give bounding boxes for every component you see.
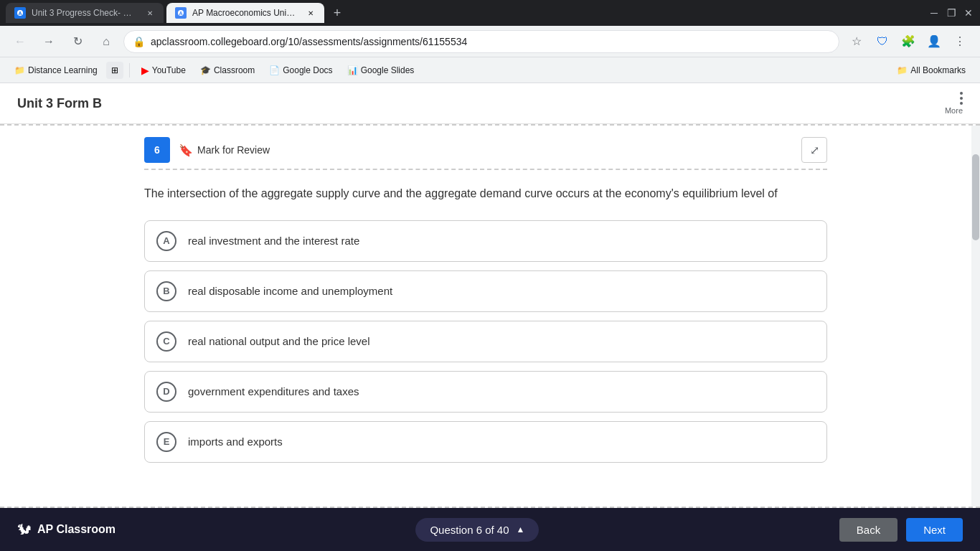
tab-2-close[interactable]: ✕ — [306, 7, 316, 19]
mark-for-review-button[interactable]: 🔖 Mark for Review — [179, 143, 270, 157]
option-e[interactable]: E imports and exports — [144, 421, 827, 463]
bookmark-label: Distance Learning — [28, 65, 98, 75]
back-button[interactable]: Back — [839, 518, 897, 542]
bookmark-star-icon[interactable]: ☆ — [845, 30, 868, 53]
main-area: 6 🔖 Mark for Review ⤢ The intersection o… — [0, 126, 980, 507]
option-a-text: real investment and the interest rate — [188, 235, 359, 247]
menu-icon[interactable]: ⋮ — [948, 30, 971, 53]
option-d-circle: D — [156, 382, 176, 402]
slides-icon: 📊 — [347, 65, 358, 75]
question-indicator-button[interactable]: Question 6 of 40 ▲ — [415, 518, 539, 542]
extensions-icon[interactable]: 🧩 — [897, 30, 920, 53]
bottom-navigation-bar: 🐿 AP Classroom Question 6 of 40 ▲ Back N… — [0, 508, 980, 551]
bookmark-label: Classroom — [214, 65, 255, 75]
chevron-up-icon: ▲ — [517, 524, 525, 534]
bookmark-google-docs[interactable]: 📄 Google Docs — [263, 62, 338, 78]
apps-icon[interactable]: ⊞ — [106, 62, 123, 79]
tab-1[interactable]: A Unit 3 Progress Check- Due Oc ✕ — [6, 3, 164, 23]
all-bookmarks-label: All Bookmarks — [910, 65, 966, 75]
option-b[interactable]: B real disposable income and unemploymen… — [144, 270, 827, 312]
browser-toolbar: ← → ↻ ⌂ 🔒 apclassroom.collegeboard.org/1… — [0, 26, 980, 57]
window-controls: ─ ❐ ✕ — [928, 7, 974, 19]
minimize-button[interactable]: ─ — [928, 7, 940, 19]
classroom-icon: 🎓 — [200, 65, 211, 75]
bookmark-google-slides[interactable]: 📊 Google Slides — [341, 62, 420, 78]
all-bookmarks-button[interactable]: 📁 All Bookmarks — [891, 62, 971, 78]
option-a[interactable]: A real investment and the interest rate — [144, 220, 827, 262]
bookmark-youtube[interactable]: ▶ YouTube — [136, 62, 192, 79]
more-dots-icon — [960, 92, 963, 105]
option-c-text: real national output and the price level — [188, 335, 370, 347]
lock-icon: 🔒 — [133, 36, 145, 47]
separator-1 — [129, 63, 130, 77]
more-label: More — [945, 106, 963, 115]
forward-nav-button[interactable]: → — [37, 30, 60, 53]
svg-text:A: A — [179, 11, 182, 16]
folder-icon: 📁 — [14, 65, 25, 75]
shield-icon[interactable]: 🛡 — [871, 30, 894, 53]
bookmark-distance-learning[interactable]: 📁 Distance Learning — [9, 62, 103, 78]
more-menu-button[interactable]: More — [945, 92, 963, 115]
option-b-text: real disposable income and unemployment — [188, 285, 392, 297]
question-toolbar: 6 🔖 Mark for Review ⤢ — [144, 137, 827, 170]
tab-2[interactable]: A AP Macroeconomics Unit 0 Co ✕ — [166, 3, 324, 23]
tab-1-close[interactable]: ✕ — [145, 7, 155, 19]
youtube-icon: ▶ — [141, 65, 149, 76]
scrollbar[interactable] — [971, 126, 980, 507]
question-area: 6 🔖 Mark for Review ⤢ The intersection o… — [127, 126, 844, 483]
mark-review-label: Mark for Review — [197, 144, 270, 156]
browser-frame: A Unit 3 Progress Check- Due Oc ✕ A AP M… — [0, 0, 980, 83]
tab-2-title: AP Macroeconomics Unit 0 Co — [192, 8, 297, 18]
option-a-circle: A — [156, 231, 176, 251]
ap-logo: 🐿 AP Classroom — [17, 522, 116, 538]
option-c-circle: C — [156, 331, 176, 352]
question-text: The intersection of the aggregate supply… — [144, 184, 827, 203]
reload-button[interactable]: ↻ — [66, 30, 89, 53]
back-nav-button[interactable]: ← — [9, 30, 32, 53]
ap-logo-text: AP Classroom — [37, 523, 116, 536]
maximize-button[interactable]: ❐ — [946, 7, 957, 19]
nav-buttons: Back Next — [839, 518, 963, 542]
question-number-box: 6 — [144, 137, 170, 163]
tab-1-title: Unit 3 Progress Check- Due Oc — [32, 8, 136, 18]
bookmark-label: YouTube — [152, 65, 186, 75]
home-button[interactable]: ⌂ — [95, 30, 118, 53]
bookmarks-folder-icon: 📁 — [897, 65, 908, 75]
new-tab-button[interactable]: + — [327, 3, 347, 23]
question-indicator-text: Question 6 of 40 — [430, 524, 509, 536]
bookmark-icon: 🔖 — [179, 143, 193, 157]
bookmark-label: Google Docs — [283, 65, 332, 75]
address-text: apclassroom.collegeboard.org/10/assessme… — [151, 36, 830, 47]
close-button[interactable]: ✕ — [963, 7, 974, 19]
next-button[interactable]: Next — [906, 518, 963, 542]
browser-titlebar: A Unit 3 Progress Check- Due Oc ✕ A AP M… — [0, 0, 980, 26]
address-bar[interactable]: 🔒 apclassroom.collegeboard.org/10/assess… — [123, 30, 839, 53]
docs-icon: 📄 — [269, 65, 280, 75]
svg-text:A: A — [18, 11, 22, 16]
bookmark-classroom[interactable]: 🎓 Classroom — [194, 62, 260, 78]
bookmark-label: Google Slides — [361, 65, 415, 75]
option-b-circle: B — [156, 281, 176, 301]
toolbar-icons: ☆ 🛡 🧩 👤 ⋮ — [845, 30, 971, 53]
expand-icon: ⤢ — [810, 143, 819, 157]
option-c[interactable]: C real national output and the price lev… — [144, 321, 827, 362]
option-d-text: government expenditures and taxes — [188, 385, 359, 397]
option-e-text: imports and exports — [188, 435, 283, 448]
ap-page-header: Unit 3 Form B More — [0, 83, 980, 124]
page-content: Unit 3 Form B More 6 🔖 Ma — [0, 83, 980, 551]
page-title: Unit 3 Form B — [17, 96, 102, 111]
expand-button[interactable]: ⤢ — [801, 137, 827, 163]
bookmarks-bar: 📁 Distance Learning ⊞ ▶ YouTube 🎓 Classr… — [0, 57, 980, 83]
option-e-circle: E — [156, 432, 176, 452]
profile-icon[interactable]: 👤 — [923, 30, 946, 53]
ap-logo-icon: 🐿 — [17, 522, 32, 538]
content-column: 6 🔖 Mark for Review ⤢ The intersection o… — [0, 126, 971, 507]
option-d[interactable]: D government expenditures and taxes — [144, 371, 827, 413]
